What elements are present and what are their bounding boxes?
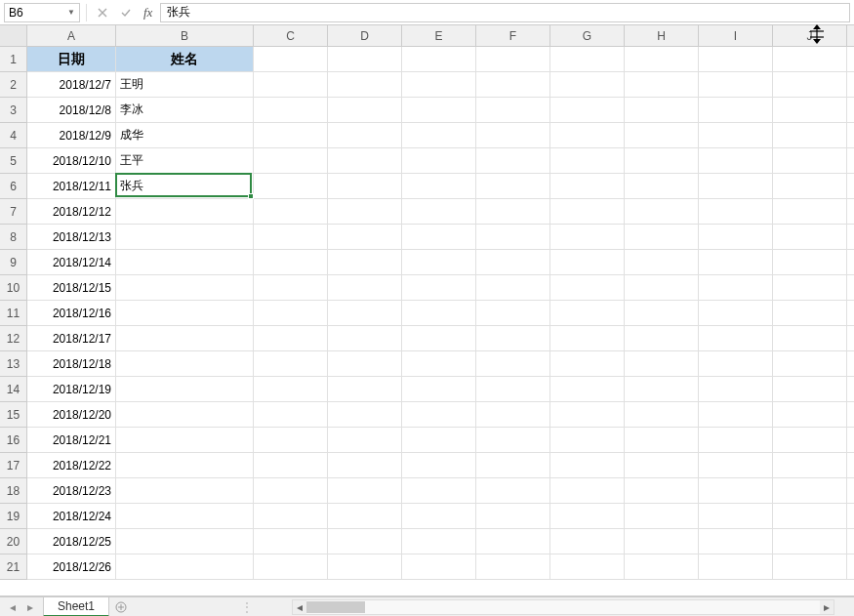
cell[interactable] [402,529,476,554]
row-header[interactable]: 7 [0,199,27,225]
col-header-I[interactable]: I [699,25,773,46]
col-header-E[interactable]: E [402,25,476,46]
scroll-thumb[interactable] [306,601,365,613]
cell[interactable] [625,504,699,529]
cell[interactable] [550,504,625,529]
cell[interactable]: 张兵 [116,174,254,199]
cell[interactable] [116,402,254,428]
cell[interactable] [116,301,254,326]
cell[interactable] [328,554,402,580]
cell[interactable] [328,504,402,529]
cell[interactable] [254,554,328,580]
cell[interactable] [402,47,476,72]
col-header-K[interactable]: K [847,25,854,46]
row-header[interactable]: 3 [0,98,27,123]
cell[interactable] [699,199,773,225]
cell[interactable]: 成华 [116,123,254,148]
cell[interactable] [625,428,699,453]
cell[interactable] [773,453,847,478]
cell[interactable] [699,453,773,478]
cell[interactable] [476,504,550,529]
cell[interactable] [699,174,773,199]
cell[interactable] [402,301,476,326]
cell[interactable] [116,504,254,529]
cell[interactable] [116,554,254,580]
row-header[interactable]: 21 [0,554,27,580]
cell[interactable] [254,301,328,326]
row-header[interactable]: 17 [0,453,27,478]
cell[interactable] [550,453,625,478]
cell[interactable] [402,453,476,478]
col-header-D[interactable]: D [328,25,402,46]
cell[interactable] [402,250,476,275]
horizontal-scrollbar[interactable]: ◂ ▸ [292,599,834,615]
cell[interactable]: 2018/12/18 [27,351,116,377]
cell[interactable] [847,377,854,402]
col-header-G[interactable]: G [550,25,625,46]
cell[interactable] [625,72,699,98]
cell[interactable] [328,148,402,174]
row-header[interactable]: 1 [0,47,27,72]
cell[interactable] [625,148,699,174]
add-sheet-button[interactable] [109,601,133,613]
cell[interactable] [773,225,847,250]
sheet-nav-prev-icon[interactable]: ◂ [6,600,20,614]
cell[interactable] [625,98,699,123]
cell[interactable] [625,250,699,275]
name-box[interactable]: B6 ▼ [4,3,80,22]
cell[interactable] [773,326,847,351]
fill-handle[interactable] [248,193,254,199]
cell[interactable] [550,478,625,504]
row-header[interactable]: 11 [0,301,27,326]
cell[interactable] [550,98,625,123]
cell[interactable] [254,123,328,148]
cell[interactable] [699,428,773,453]
cell[interactable] [847,428,854,453]
cell[interactable] [476,250,550,275]
row-header[interactable]: 19 [0,504,27,529]
cell[interactable] [476,148,550,174]
cell[interactable] [625,47,699,72]
row-header[interactable]: 16 [0,428,27,453]
row-header[interactable]: 13 [0,351,27,377]
cell[interactable] [847,72,854,98]
col-header-A[interactable]: A [27,25,116,46]
cell[interactable] [699,98,773,123]
cell[interactable] [328,72,402,98]
cell[interactable] [476,98,550,123]
cell[interactable] [773,402,847,428]
cell[interactable] [847,123,854,148]
cell[interactable] [328,529,402,554]
cell[interactable] [699,529,773,554]
cell[interactable] [116,377,254,402]
cell[interactable]: 2018/12/11 [27,174,116,199]
cell[interactable] [699,326,773,351]
cell[interactable] [625,123,699,148]
cell[interactable] [328,225,402,250]
cell[interactable] [699,554,773,580]
cell[interactable]: 2018/12/17 [27,326,116,351]
cell[interactable] [847,301,854,326]
cell[interactable] [254,478,328,504]
cell[interactable] [625,275,699,301]
cell[interactable]: 2018/12/13 [27,225,116,250]
cell[interactable] [402,275,476,301]
row-header[interactable]: 6 [0,174,27,199]
cell[interactable] [550,351,625,377]
cell[interactable] [328,47,402,72]
cell[interactable] [699,72,773,98]
cell[interactable] [328,275,402,301]
cell[interactable]: 2018/12/16 [27,301,116,326]
cell[interactable] [773,123,847,148]
cell[interactable] [773,47,847,72]
cell[interactable] [550,275,625,301]
cell[interactable] [476,453,550,478]
cell[interactable] [402,98,476,123]
cell[interactable] [402,351,476,377]
cell[interactable] [773,301,847,326]
cell[interactable] [550,326,625,351]
cell[interactable] [625,326,699,351]
cell[interactable] [847,199,854,225]
cell[interactable] [402,504,476,529]
col-header-H[interactable]: H [625,25,699,46]
